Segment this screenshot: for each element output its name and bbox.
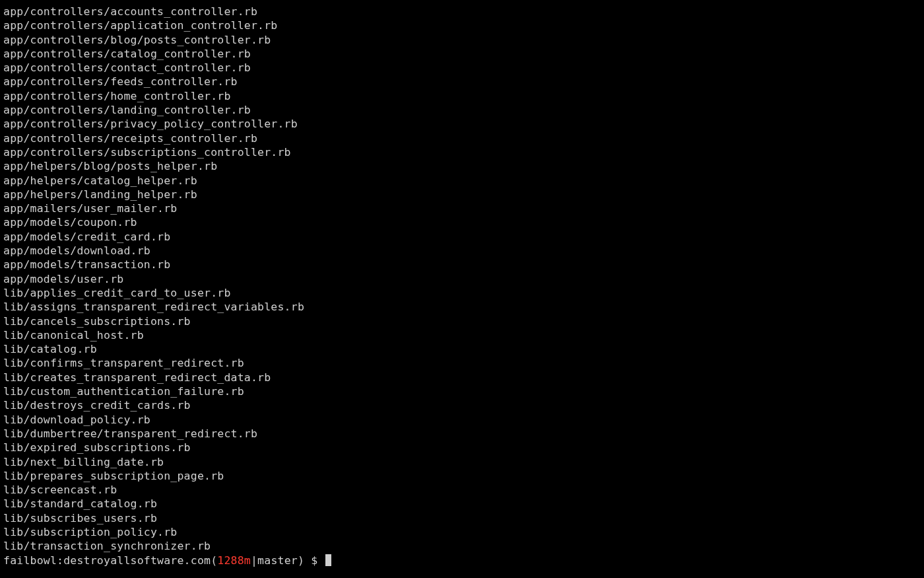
output-line: lib/download_policy.rb: [3, 413, 921, 427]
output-line: lib/next_billing_date.rb: [3, 455, 921, 469]
output-line: app/models/coupon.rb: [3, 215, 921, 229]
output-line: lib/prepares_subscription_page.rb: [3, 469, 921, 483]
output-line: lib/destroys_credit_cards.rb: [3, 398, 921, 412]
prompt-suffix: ) $: [298, 554, 325, 567]
prompt-time: 1288m: [217, 554, 251, 567]
prompt-separator: |: [251, 554, 257, 567]
output-line: app/controllers/receipts_controller.rb: [3, 131, 921, 145]
terminal-output: app/controllers/accounts_controller.rbap…: [3, 5, 921, 554]
terminal-prompt[interactable]: failbowl:destroyallsoftware.com(1288m|ma…: [3, 554, 921, 567]
output-line: app/helpers/landing_helper.rb: [3, 188, 921, 201]
output-line: app/controllers/catalog_controller.rb: [3, 47, 921, 61]
output-line: lib/canonical_host.rb: [3, 328, 921, 342]
output-line: lib/standard_catalog.rb: [3, 497, 921, 511]
output-line: lib/catalog.rb: [3, 342, 921, 356]
output-line: app/helpers/blog/posts_helper.rb: [3, 159, 921, 173]
output-line: app/models/credit_card.rb: [3, 230, 921, 244]
output-line: lib/subscribes_users.rb: [3, 511, 921, 525]
output-line: app/helpers/catalog_helper.rb: [3, 174, 921, 188]
output-line: app/controllers/home_controller.rb: [3, 89, 921, 103]
output-line: app/controllers/landing_controller.rb: [3, 103, 921, 117]
output-line: lib/subscription_policy.rb: [3, 525, 921, 539]
prompt-host-path: failbowl:destroyallsoftware.com(: [3, 554, 217, 567]
output-line: app/controllers/contact_controller.rb: [3, 61, 921, 75]
output-line: lib/expired_subscriptions.rb: [3, 441, 921, 454]
output-line: lib/transaction_synchronizer.rb: [3, 539, 921, 553]
output-line: lib/creates_transparent_redirect_data.rb: [3, 371, 921, 384]
output-line: app/controllers/feeds_controller.rb: [3, 75, 921, 89]
output-line: app/controllers/privacy_policy_controlle…: [3, 117, 921, 131]
prompt-branch: master: [257, 554, 298, 567]
output-line: app/models/user.rb: [3, 272, 921, 286]
output-line: app/models/download.rb: [3, 244, 921, 258]
cursor-icon: [325, 554, 331, 566]
output-line: app/mailers/user_mailer.rb: [3, 201, 921, 215]
output-line: app/controllers/application_controller.r…: [3, 18, 921, 32]
output-line: lib/custom_authentication_failure.rb: [3, 384, 921, 398]
output-line: lib/cancels_subscriptions.rb: [3, 314, 921, 328]
output-line: lib/applies_credit_card_to_user.rb: [3, 286, 921, 300]
output-line: lib/confirms_transparent_redirect.rb: [3, 356, 921, 370]
output-line: lib/assigns_transparent_redirect_variabl…: [3, 300, 921, 314]
output-line: app/models/transaction.rb: [3, 258, 921, 271]
output-line: app/controllers/blog/posts_controller.rb: [3, 33, 921, 47]
output-line: app/controllers/accounts_controller.rb: [3, 5, 921, 18]
output-line: lib/screencast.rb: [3, 483, 921, 497]
output-line: lib/dumbertree/transparent_redirect.rb: [3, 427, 921, 441]
output-line: app/controllers/subscriptions_controller…: [3, 145, 921, 159]
